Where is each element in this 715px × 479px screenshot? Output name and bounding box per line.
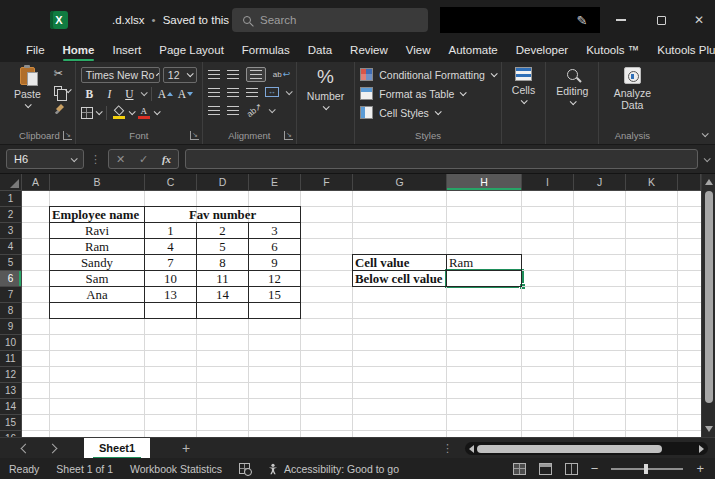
- collapse-ribbon-icon[interactable]: [702, 130, 709, 137]
- sheet-info[interactable]: Sheet 1 of 1: [56, 463, 113, 475]
- search-box[interactable]: Search: [232, 8, 428, 32]
- menu-tab-home[interactable]: Home: [54, 40, 104, 62]
- paste-button[interactable]: Paste: [9, 65, 46, 116]
- row-header-7[interactable]: 7: [0, 287, 22, 303]
- add-sheet-button[interactable]: +: [182, 441, 190, 455]
- underline-button[interactable]: U: [121, 85, 138, 102]
- cell-B3[interactable]: Ravi: [50, 223, 145, 239]
- drag-handle-icon[interactable]: ⋮: [90, 153, 102, 166]
- close-button[interactable]: ✕: [684, 0, 714, 40]
- italic-button[interactable]: I: [101, 85, 118, 102]
- zoom-in-button[interactable]: +: [696, 462, 704, 475]
- column-header-K[interactable]: K: [626, 174, 678, 191]
- column-header-partial[interactable]: [678, 174, 701, 191]
- page-layout-view-icon[interactable]: [539, 463, 552, 475]
- row-header-14[interactable]: 14: [0, 399, 22, 415]
- row-header-1[interactable]: 1: [0, 191, 22, 207]
- pen-icon[interactable]: ✎: [568, 0, 596, 40]
- align-center-icon[interactable]: [227, 88, 239, 97]
- font-name-select[interactable]: Times New Ro: [81, 67, 160, 83]
- cell-styles-button[interactable]: Cell Styles: [360, 103, 496, 122]
- spreadsheet-clock-icon[interactable]: [239, 463, 250, 474]
- sheet-tab-sheet1[interactable]: Sheet1: [84, 438, 150, 459]
- row-header-15[interactable]: 15: [0, 415, 22, 431]
- increase-font-button[interactable]: A: [157, 85, 174, 102]
- zoom-slider[interactable]: [611, 468, 683, 470]
- next-sheet-icon[interactable]: [48, 443, 58, 453]
- row-header-5[interactable]: 5: [0, 255, 22, 271]
- chevron-down-icon[interactable]: [286, 88, 293, 95]
- cell-C4[interactable]: 4: [145, 239, 197, 255]
- row-header-13[interactable]: 13: [0, 383, 22, 399]
- cell-B4[interactable]: Ram: [50, 239, 145, 255]
- excel-logo-icon[interactable]: X: [50, 11, 68, 29]
- scroll-up-icon[interactable]: [705, 179, 713, 185]
- cells-area[interactable]: Employee nameFav numberRavi123Ram456Sand…: [22, 191, 701, 437]
- scroll-left-icon[interactable]: [469, 445, 474, 453]
- workbook-statistics[interactable]: Workbook Statistics: [130, 463, 222, 475]
- row-header-8[interactable]: 8: [0, 303, 22, 319]
- cell-E5[interactable]: 9: [249, 255, 301, 271]
- horizontal-scroll-thumb[interactable]: [477, 445, 662, 453]
- cell-G6[interactable]: Below cell value: [353, 271, 447, 287]
- row-header-12[interactable]: 12: [0, 367, 22, 383]
- merge-center-icon[interactable]: ↔: [265, 87, 279, 97]
- select-all-corner[interactable]: [0, 174, 22, 191]
- cell-D7[interactable]: 14: [197, 287, 249, 303]
- insert-function-button[interactable]: fx: [155, 150, 178, 168]
- menu-tab-view[interactable]: View: [397, 40, 440, 62]
- orientation-button[interactable]: ab↗: [245, 101, 264, 119]
- column-header-C[interactable]: C: [145, 174, 197, 191]
- decrease-font-button[interactable]: A: [177, 85, 194, 102]
- cell-G5[interactable]: Cell value: [353, 255, 447, 271]
- normal-view-icon[interactable]: [513, 463, 526, 475]
- column-header-B[interactable]: B: [50, 174, 145, 191]
- column-header-H[interactable]: H: [447, 174, 522, 191]
- number-format-button[interactable]: % Number: [302, 65, 349, 112]
- cell-B2[interactable]: Employee name: [50, 207, 145, 223]
- expand-formula-bar-icon[interactable]: [704, 155, 711, 162]
- column-header-G[interactable]: G: [353, 174, 447, 191]
- clipboard-dialog-launcher-icon[interactable]: ↘: [63, 131, 72, 140]
- cell-D5[interactable]: 8: [197, 255, 249, 271]
- cells-button[interactable]: Cells: [507, 65, 540, 106]
- formula-input[interactable]: [185, 149, 698, 169]
- font-dialog-launcher-icon[interactable]: ↘: [190, 131, 199, 140]
- editing-button[interactable]: Editing: [551, 65, 593, 107]
- maximize-button[interactable]: [646, 0, 676, 40]
- page-break-view-icon[interactable]: [565, 463, 578, 475]
- cell-B8[interactable]: [50, 303, 145, 319]
- cell-E7[interactable]: 15: [249, 287, 301, 303]
- cell-C6[interactable]: 10: [145, 271, 197, 287]
- row-header-2[interactable]: 2: [0, 207, 22, 223]
- chevron-down-icon[interactable]: [269, 106, 276, 113]
- row-header-6[interactable]: 6: [0, 271, 22, 287]
- column-header-J[interactable]: J: [574, 174, 626, 191]
- column-header-D[interactable]: D: [197, 174, 249, 191]
- decrease-indent-icon[interactable]: [208, 106, 220, 115]
- scroll-right-icon[interactable]: [699, 445, 704, 453]
- chevron-down-icon[interactable]: [141, 89, 148, 96]
- bold-button[interactable]: B: [81, 85, 98, 102]
- column-header-F[interactable]: F: [301, 174, 353, 191]
- increase-indent-icon[interactable]: [227, 106, 239, 115]
- cell-C8[interactable]: [145, 303, 197, 319]
- zoom-out-button[interactable]: −: [591, 462, 599, 475]
- format-painter-button[interactable]: [54, 99, 70, 116]
- align-top-icon[interactable]: [208, 70, 220, 79]
- row-header-4[interactable]: 4: [0, 239, 22, 255]
- format-as-table-button[interactable]: Format as Table: [360, 84, 496, 103]
- cell-D8[interactable]: [197, 303, 249, 319]
- cell-C3[interactable]: 1: [145, 223, 197, 239]
- enter-button[interactable]: ✓: [132, 150, 155, 168]
- conditional-formatting-button[interactable]: Conditional Formatting: [360, 65, 496, 84]
- row-header-9[interactable]: 9: [0, 319, 22, 335]
- column-header-I[interactable]: I: [522, 174, 574, 191]
- cell-C2[interactable]: Fav number: [145, 207, 301, 223]
- cell-D6[interactable]: 11: [197, 271, 249, 287]
- column-header-E[interactable]: E: [249, 174, 301, 191]
- row-header-11[interactable]: 11: [0, 351, 22, 367]
- borders-button[interactable]: [81, 104, 101, 121]
- menu-tab-page-layout[interactable]: Page Layout: [150, 40, 233, 62]
- more-options-icon[interactable]: ⋮: [442, 442, 453, 455]
